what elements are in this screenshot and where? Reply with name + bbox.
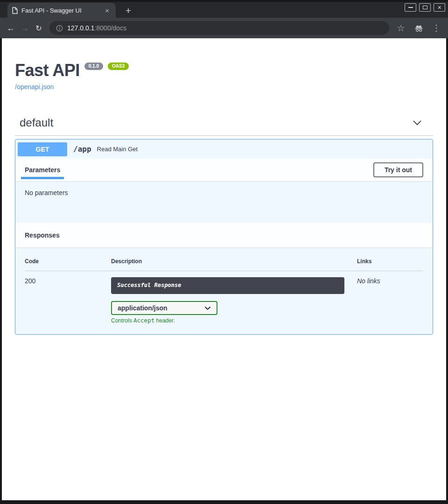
operation-path: /app [73, 145, 91, 154]
maximize-icon [423, 6, 427, 9]
responses-body: Code Description Links 200 Successful Re… [15, 247, 433, 334]
parameters-header: Parameters Try it out [15, 159, 433, 181]
incognito-icon [413, 22, 425, 34]
minimize-button[interactable] [405, 3, 416, 12]
no-parameters-text: No parameters [25, 189, 68, 196]
browser-menu-icon[interactable]: ⋮ [430, 22, 442, 34]
bookmark-star-icon[interactable]: ☆ [395, 22, 407, 34]
operation-description: Read Main Get [97, 146, 138, 153]
minimize-icon [408, 7, 413, 8]
response-description-cell: Successful Response [111, 277, 357, 294]
window-controls: ✕ [405, 3, 445, 12]
reload-button[interactable]: ↻ [32, 21, 46, 35]
page-viewport: Fast API 0.1.0 OAS3 /openapi.json defaul… [2, 38, 446, 500]
browser-toolbar: ← → ↻ 127.0.0.1:8000/docs ☆ ⋮ [0, 18, 448, 38]
caption-accept-code: Accept [133, 317, 154, 324]
openapi-spec-link[interactable]: /openapi.json [15, 83, 54, 91]
site-info-icon[interactable] [56, 25, 63, 32]
tab-parameters[interactable]: Parameters [25, 166, 60, 174]
responses-table-header: Code Description Links [25, 254, 423, 271]
browser-titlebar: Fast API - Swagger UI × + ✕ [0, 0, 448, 18]
swagger-ui: Fast API 0.1.0 OAS3 /openapi.json defaul… [2, 62, 446, 335]
response-code: 200 [25, 277, 111, 294]
browser-window: Fast API - Swagger UI × + ✕ ← → ↻ 127.0.… [0, 0, 448, 504]
caption-prefix: Controls [111, 317, 132, 324]
responses-header: Responses [15, 223, 433, 247]
oas3-badge: OAS3 [108, 63, 129, 70]
page-title: Fast API [15, 62, 80, 79]
tag-section-header[interactable]: default [15, 116, 433, 136]
chevron-down-icon[interactable] [413, 119, 422, 126]
close-button[interactable]: ✕ [434, 3, 445, 12]
parameters-body: No parameters [15, 181, 433, 223]
tab-title: Fast API - Swagger UI [21, 7, 99, 14]
tag-title: default [20, 116, 53, 129]
address-bar[interactable]: 127.0.0.1:8000/docs [49, 21, 389, 35]
back-button[interactable]: ← [4, 21, 18, 35]
url-host: 127.0.0.1 [67, 24, 94, 32]
response-links: No links [357, 277, 423, 294]
maximize-button[interactable] [419, 3, 431, 12]
method-badge: GET [18, 142, 67, 156]
opblock-get-app: GET /app Read Main Get Parameters Try it… [15, 139, 433, 335]
caption-suffix: header. [156, 317, 175, 324]
column-code: Code [25, 258, 111, 265]
accept-header-caption: Controls Accept header. [111, 317, 423, 324]
close-icon: ✕ [437, 5, 441, 10]
url-path: :8000/docs [94, 24, 126, 32]
operation-summary[interactable]: GET /app Read Main Get [15, 140, 433, 159]
toolbar-right: ☆ ⋮ [395, 22, 442, 34]
response-description-box: Successful Response [111, 277, 344, 294]
media-type-select[interactable]: application/json [111, 301, 217, 315]
browser-tab[interactable]: Fast API - Swagger UI × [7, 3, 116, 18]
api-info: Fast API 0.1.0 OAS3 /openapi.json [15, 62, 433, 91]
media-type-row: application/json Controls Accept header. [111, 301, 423, 324]
version-badge: 0.1.0 [84, 63, 103, 70]
forward-button[interactable]: → [18, 21, 32, 35]
responses-title: Responses [25, 231, 60, 239]
new-tab-button[interactable]: + [122, 5, 134, 17]
select-chevron-icon [204, 306, 211, 310]
try-it-out-button[interactable]: Try it out [373, 162, 423, 177]
page-file-icon [12, 7, 18, 14]
column-links: Links [357, 258, 423, 265]
column-description: Description [111, 258, 357, 265]
media-type-value: application/json [118, 304, 168, 312]
tab-close-icon[interactable]: × [103, 7, 111, 14]
response-row-200: 200 Successful Response No links [25, 271, 423, 294]
url-text: 127.0.0.1:8000/docs [67, 24, 126, 32]
